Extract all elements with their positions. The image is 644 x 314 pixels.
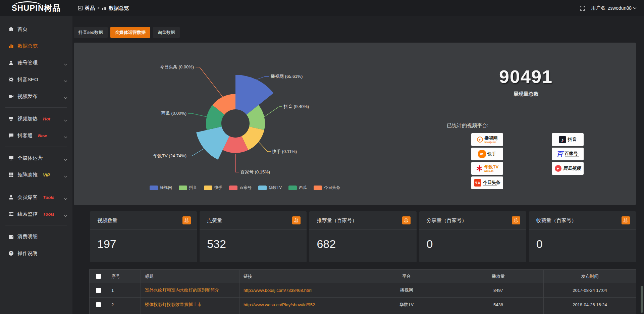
sidebar-nav: 首页数据总览账号管理抖音SEO视频发布视频加热Hot抖客通New全媒体运营矩阵助… xyxy=(0,16,72,314)
legend-item-快手[interactable]: 快手 xyxy=(204,185,222,191)
breadcrumb-separator: > xyxy=(97,6,100,10)
stat-card-header: 收藏量（百家号）总 xyxy=(529,211,636,230)
chat-icon xyxy=(8,133,14,138)
legend-item-西瓜[interactable]: 西瓜 xyxy=(288,185,307,191)
sidebar-item-label: 会员爆客 xyxy=(17,194,38,201)
row-time: 2018-04-26 16:24 xyxy=(544,298,636,312)
sidebar-item-label: 操作说明 xyxy=(17,250,38,257)
sidebar-item-抖音SEO[interactable]: 抖音SEO xyxy=(0,71,72,88)
username-label: 用户名: xyxy=(591,5,606,11)
videos-table: 序号标题链接平台播放量发布时间 1室外水纹灯和室内水纹灯的区别和简介http:/… xyxy=(89,269,636,314)
row-checkbox[interactable] xyxy=(96,288,101,293)
stat-card-header: 点赞量总 xyxy=(200,211,307,230)
video-icon xyxy=(8,94,14,99)
sidebar-item-label: 数据总览 xyxy=(17,43,38,49)
sidebar-item-badge: Tools xyxy=(43,212,54,217)
total-badge[interactable]: 总 xyxy=(512,216,520,224)
legend-swatch xyxy=(204,186,212,190)
sidebar-item-数据总览[interactable]: 数据总览 xyxy=(0,38,72,54)
svg-text:?: ? xyxy=(10,251,12,255)
stat-card-value: 197 xyxy=(97,238,116,251)
total-impressions-label: 展现量总数 xyxy=(416,91,636,97)
sidebar-item-线索监控[interactable]: 线索监控Tools xyxy=(0,206,72,222)
top-bar: SHUPIN树品 树品 > 数据总览 用户名: zswodun88 xyxy=(0,0,644,16)
row-platform: 播视网 xyxy=(360,283,453,298)
platform-name-block: 播视网boosj.com xyxy=(485,136,498,143)
legend-item-抖音[interactable]: 抖音 xyxy=(179,185,197,191)
user-menu[interactable]: 用户名: zswodun88 xyxy=(591,5,637,11)
kuaishou-logo-icon: 8 xyxy=(478,150,486,158)
douyin-logo-icon: ♪ xyxy=(559,136,566,143)
total-badge[interactable]: 总 xyxy=(622,216,630,224)
stat-card-header: 分享量（百家号）总 xyxy=(419,211,526,230)
row-select-cell xyxy=(90,298,107,312)
total-badge[interactable]: 总 xyxy=(402,216,411,224)
row-title-link[interactable]: 室外水纹灯和室内水纹灯的区别和简介 xyxy=(145,287,219,293)
total-badge[interactable]: 总 xyxy=(292,216,301,224)
sidebar-item-抖客通[interactable]: 抖客通New xyxy=(0,127,72,144)
legend-item-华数TV[interactable]: 华数TV xyxy=(258,185,282,191)
tab-全媒体运营数据[interactable]: 全媒体运营数据 xyxy=(110,27,150,38)
breadcrumb-root[interactable]: 树品 xyxy=(85,5,95,11)
empty-cell xyxy=(107,312,141,314)
stat-card-value: 682 xyxy=(317,238,336,251)
row-link[interactable]: http://www.wasu.cn/Play/show/id/952... xyxy=(239,298,360,312)
sidebar-item-label: 消费明细 xyxy=(17,233,38,240)
platform-fineprint xyxy=(565,156,579,157)
select-all-checkbox[interactable] xyxy=(96,274,101,279)
chevron-down-icon xyxy=(64,78,67,84)
row-link[interactable]: http://www.boosj.com/7338468.html xyxy=(239,283,360,298)
legend-item-今日头条[interactable]: 今日头条 xyxy=(314,185,340,191)
sidebar-item-会员爆客[interactable]: 会员爆客Tools xyxy=(0,189,72,206)
pie-slice-华数TV[interactable] xyxy=(196,126,229,160)
row-index: 1 xyxy=(107,283,141,298)
total-badge[interactable]: 总 xyxy=(182,216,191,224)
empty-cell xyxy=(141,312,239,314)
platform-fineprint xyxy=(483,185,497,186)
tab-抖音seo数据[interactable]: 抖音seo数据 xyxy=(74,27,108,38)
col-header-发布时间: 发布时间 xyxy=(544,270,636,283)
pie-label: 快手 (0.11%) xyxy=(272,149,297,154)
sidebar-item-账号管理[interactable]: 账号管理 xyxy=(0,54,72,71)
breadcrumb: 树品 > 数据总览 xyxy=(78,5,129,11)
legend-item-百家号[interactable]: 百家号 xyxy=(229,185,252,191)
platform-badge-快手: 8快手 xyxy=(471,148,503,160)
row-checkbox[interactable] xyxy=(96,302,101,307)
sidebar-item-全媒体运营[interactable]: 全媒体运营 xyxy=(0,150,72,166)
breadcrumb-current[interactable]: 数据总览 xyxy=(109,5,129,11)
empty-cell xyxy=(360,312,453,314)
rose-pie-chart: 播视网 (65.61%)抖音 (9.40%)快手 (0.11%)百家号 (0.1… xyxy=(74,43,416,205)
platform-name: 西瓜视频 xyxy=(563,165,581,171)
gear-icon xyxy=(8,77,14,82)
platform-badge-抖音: ♪抖音 xyxy=(552,133,584,146)
chevron-down-icon xyxy=(64,117,67,123)
fullscreen-icon[interactable] xyxy=(580,6,585,11)
bar-chart-icon xyxy=(8,43,14,49)
sidebar-item-首页[interactable]: 首页 xyxy=(0,21,72,38)
platform-badge-华数TV: 华数TVwasu.cn xyxy=(471,162,503,175)
table-row-partial xyxy=(90,312,636,314)
stat-card-title: 视频数量 xyxy=(97,217,117,224)
user-icon xyxy=(8,60,14,65)
sidebar-item-矩阵助推[interactable]: 矩阵助推VIP xyxy=(0,166,72,183)
row-platform: 华数TV xyxy=(360,298,453,312)
sidebar-item-视频发布[interactable]: 视频发布 xyxy=(0,88,72,105)
sidebar-item-操作说明[interactable]: ?操作说明 xyxy=(0,245,72,262)
legend-item-播视网[interactable]: 播视网 xyxy=(150,185,172,191)
tab-询盘数据[interactable]: 询盘数据 xyxy=(153,27,180,38)
scrollbar-thumb[interactable] xyxy=(641,286,643,313)
legend-label: 抖音 xyxy=(189,185,197,191)
stat-card-视频数量: 视频数量总197 xyxy=(90,211,197,262)
stat-card-收藏量（百家号）: 收藏量（百家号）总0 xyxy=(529,211,636,262)
summary-divider xyxy=(446,106,617,106)
row-title-link[interactable]: 楼体投影灯投影效果震撼上市 xyxy=(145,302,202,307)
pie-label: 今日头条 (0.00%) xyxy=(160,64,194,69)
platform-name-block: 百家号 xyxy=(565,151,579,157)
sidebar-item-消费明细[interactable]: 消费明细 xyxy=(0,228,72,245)
stat-card-点赞量: 点赞量总532 xyxy=(200,211,307,262)
wasu-logo-icon xyxy=(476,165,483,172)
pie-label: 华数TV (24.74%) xyxy=(153,153,186,158)
header-divider xyxy=(72,20,644,20)
sidebar-item-视频加热[interactable]: 视频加热Hot xyxy=(0,110,72,127)
question-icon: ? xyxy=(8,251,14,256)
